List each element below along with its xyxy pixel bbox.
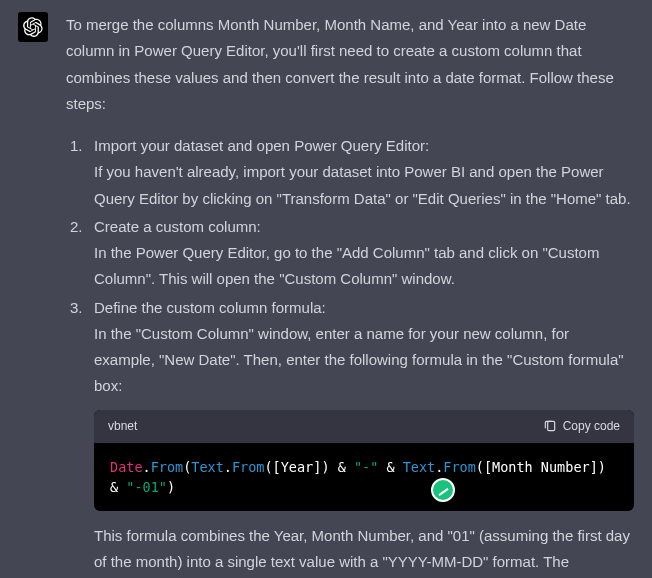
assistant-message: To merge the columns Month Number, Month… [0, 0, 652, 578]
code-header: vbnet Copy code [94, 410, 634, 443]
step-1: Import your dataset and open Power Query… [66, 133, 634, 212]
step-body: If you haven't already, import your data… [94, 163, 631, 206]
copy-code-button[interactable]: Copy code [543, 416, 620, 437]
step-2: Create a custom column: In the Power Que… [66, 214, 634, 293]
code-content[interactable]: Date.From(Text.From([Year]) & "-" & Text… [94, 443, 634, 512]
code-language: vbnet [108, 416, 137, 437]
copy-label: Copy code [563, 416, 620, 437]
step-3: Define the custom column formula: In the… [66, 295, 634, 579]
step-title: Define the custom column formula: [94, 299, 326, 316]
clipboard-icon [543, 419, 557, 433]
message-content: To merge the columns Month Number, Month… [66, 12, 634, 578]
cursor-badge-icon [431, 478, 455, 502]
step-title: Import your dataset and open Power Query… [94, 137, 429, 154]
step-after-a: This formula combines the Year, Month Nu… [94, 527, 630, 570]
assistant-avatar [18, 12, 48, 42]
svg-rect-0 [547, 421, 554, 430]
step-body: In the "Custom Column" window, enter a n… [94, 325, 624, 395]
code-block: vbnet Copy code Date.From(Text.From([Yea… [94, 410, 634, 512]
steps-list: Import your dataset and open Power Query… [66, 133, 634, 578]
intro-text: To merge the columns Month Number, Month… [66, 12, 634, 117]
step-body: In the Power Query Editor, go to the "Ad… [94, 244, 599, 287]
openai-icon [23, 17, 43, 37]
step-title: Create a custom column: [94, 218, 261, 235]
